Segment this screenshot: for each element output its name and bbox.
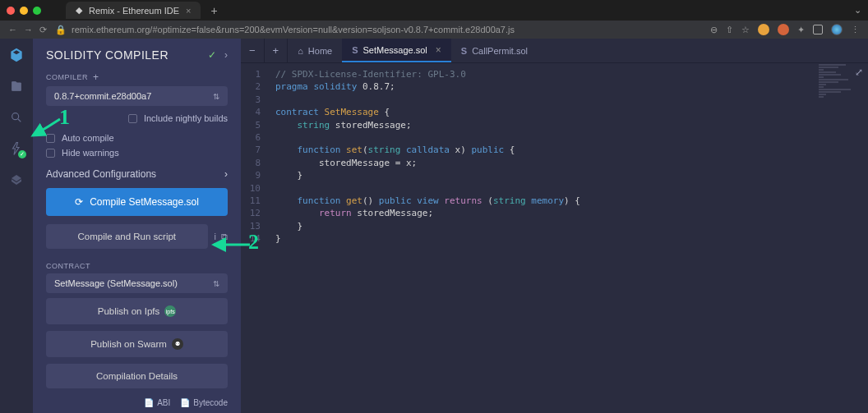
solidity-icon: S: [352, 45, 358, 55]
svg-line-1: [18, 119, 21, 122]
extension-4-icon[interactable]: [813, 25, 823, 34]
compile-run-script-label: Compile and Run script: [78, 232, 177, 241]
tab-setmessage[interactable]: S SetMessage.sol ×: [342, 39, 451, 62]
compiler-label: COMPILER: [46, 73, 88, 81]
activity-bar: ✓: [0, 39, 33, 413]
search-icon[interactable]: [8, 109, 25, 126]
forward-button[interactable]: →: [24, 25, 33, 35]
compilation-details-button[interactable]: Compilation Details: [46, 364, 228, 388]
compilation-details-label: Compilation Details: [96, 371, 178, 381]
advanced-config-label: Advanced Configurations: [46, 168, 156, 180]
code-content[interactable]: // SPDX-License-Identifier: GPL-3.0pragm…: [267, 63, 580, 413]
lock-icon: 🔒: [55, 25, 67, 35]
close-tab-icon[interactable]: ×: [186, 6, 191, 16]
compiler-version-value: 0.8.7+commit.e28d00a7: [54, 91, 151, 101]
publish-swarm-button[interactable]: Publish on Swarm ⚉: [46, 331, 228, 357]
line-gutter: 1234567891011121314: [241, 63, 267, 413]
remix-logo-icon[interactable]: [8, 47, 25, 63]
contract-select[interactable]: SetMessage (SetMessage.sol) ⇅: [46, 273, 228, 293]
traffic-lights: [7, 7, 41, 15]
code-editor[interactable]: 1234567891011121314 // SPDX-License-Iden…: [241, 63, 868, 413]
auto-compile-checkbox[interactable]: [46, 134, 55, 143]
abi-link[interactable]: 📄 ABI: [144, 398, 170, 407]
swarm-badge-icon: ⚉: [172, 338, 183, 350]
tab-favicon: ◆: [76, 5, 82, 16]
chevron-updown-icon: ⇅: [213, 92, 219, 101]
compile-success-icon: ✓: [208, 49, 216, 61]
include-nightly-label: Include nightly builds: [144, 113, 228, 123]
advanced-config-toggle[interactable]: Advanced Configurations ›: [46, 160, 228, 188]
copy-icon[interactable]: ⧉: [221, 232, 228, 242]
auto-compile-label: Auto compile: [62, 133, 114, 143]
browser-toolbar: ← → ⟳ 🔒 remix.ethereum.org/#optimize=fal…: [0, 21, 868, 39]
editor-area: − + ⌂ Home S SetMessage.sol × S CallPerm…: [241, 39, 868, 413]
chevron-right-icon: ›: [224, 168, 228, 180]
panel-expand-icon[interactable]: ›: [224, 49, 228, 61]
tab-callpermit-label: CallPermit.sol: [472, 46, 528, 56]
tab-callpermit[interactable]: S CallPermit.sol: [451, 39, 538, 62]
compiler-version-select[interactable]: 0.8.7+commit.e28d00a7 ⇅: [46, 86, 228, 106]
extension-2-icon[interactable]: [778, 24, 789, 35]
zoom-icon[interactable]: ⊖: [710, 25, 718, 35]
url-text: remix.ethereum.org/#optimize=false&runs=…: [72, 25, 515, 34]
tab-setmessage-label: SetMessage.sol: [363, 45, 427, 55]
home-icon: ⌂: [298, 46, 303, 56]
add-compiler-button[interactable]: +: [93, 71, 99, 83]
compile-run-script-button[interactable]: Compile and Run script: [46, 224, 208, 249]
file-explorer-icon[interactable]: [8, 78, 25, 94]
reload-button[interactable]: ⟳: [39, 25, 47, 35]
bookmark-icon[interactable]: ☆: [741, 25, 750, 35]
contract-label: CONTRACT: [46, 262, 90, 270]
tab-home[interactable]: ⌂ Home: [288, 39, 342, 62]
close-window-icon[interactable]: [7, 7, 15, 15]
bytecode-link[interactable]: 📄 Bytecode: [180, 398, 228, 407]
share-icon[interactable]: ⇧: [726, 25, 733, 35]
contract-select-value: SetMessage (SetMessage.sol): [54, 278, 178, 288]
hide-warnings-label: Hide warnings: [62, 148, 119, 158]
info-icon[interactable]: i: [215, 232, 216, 242]
close-tab-icon[interactable]: ×: [436, 44, 441, 56]
deploy-icon[interactable]: [8, 172, 25, 188]
svg-point-0: [12, 113, 19, 120]
editor-tabset: − + ⌂ Home S SetMessage.sol × S CallPerm…: [241, 39, 868, 63]
minimize-window-icon[interactable]: [20, 7, 28, 15]
fullscreen-icon[interactable]: ⤢: [855, 67, 863, 78]
browser-tab[interactable]: ◆ Remix - Ethereum IDE ×: [66, 2, 201, 19]
zoom-out-button[interactable]: −: [241, 39, 265, 62]
publish-swarm-label: Publish on Swarm: [90, 339, 167, 349]
hide-warnings-checkbox[interactable]: [46, 149, 55, 158]
include-nightly-checkbox[interactable]: [128, 114, 137, 123]
profile-avatar-icon[interactable]: [831, 24, 843, 35]
refresh-icon: ⟳: [75, 196, 83, 208]
compiler-panel: SOLIDITY COMPILER ✓ › COMPILER + 0.8.7+c…: [33, 39, 241, 413]
new-tab-button[interactable]: +: [210, 4, 217, 17]
compiler-icon[interactable]: ✓: [8, 140, 25, 157]
window-menu-icon[interactable]: ⌄: [854, 5, 861, 16]
extension-1-icon[interactable]: [758, 24, 769, 35]
maximize-window-icon[interactable]: [33, 7, 41, 15]
extensions-puzzle-icon[interactable]: ✦: [797, 25, 805, 35]
ipfs-badge-icon: ipfs: [164, 305, 176, 317]
publish-ipfs-label: Publish on Ipfs: [98, 306, 159, 316]
tab-title: Remix - Ethereum IDE: [89, 6, 179, 16]
zoom-in-button[interactable]: +: [265, 39, 289, 62]
window-titlebar: ◆ Remix - Ethereum IDE × + ⌄: [0, 0, 868, 21]
tab-home-label: Home: [308, 46, 332, 56]
compile-button[interactable]: ⟳ Compile SetMessage.sol: [46, 188, 228, 216]
solidity-icon: S: [461, 46, 467, 56]
panel-title: SOLIDITY COMPILER: [46, 48, 169, 62]
publish-ipfs-button[interactable]: Publish on Ipfs ipfs: [46, 298, 228, 324]
address-bar[interactable]: 🔒 remix.ethereum.org/#optimize=false&run…: [55, 25, 702, 35]
back-button[interactable]: ←: [8, 25, 17, 35]
browser-menu-icon[interactable]: ⋮: [851, 25, 860, 35]
chevron-updown-icon: ⇅: [213, 279, 219, 288]
compile-button-label: Compile SetMessage.sol: [90, 196, 199, 208]
